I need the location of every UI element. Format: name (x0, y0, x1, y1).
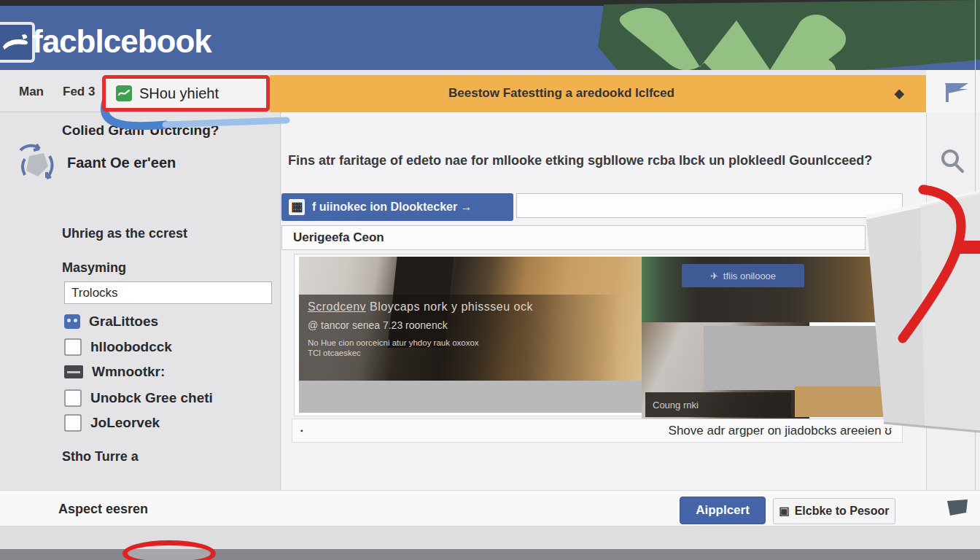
grid-icon: ▦ (289, 199, 305, 215)
empty-text-input[interactable] (516, 193, 903, 218)
ad-photo-right-top: ✈ tfiis oniloooe (642, 257, 897, 322)
photo-label-strip: Coung rnki (645, 392, 791, 417)
diamond-icon[interactable]: ◆ (894, 85, 904, 101)
sidebar-option-wmnootkr[interactable]: Wmnootkr: (64, 364, 165, 380)
dot-icon: ▪ (300, 427, 303, 435)
facebook-settings-window: facblcebook Man Fed 3 SHou yhieht Beesto… (0, 0, 980, 560)
sidebar-field-label: Masyming (62, 260, 126, 276)
ad-photo-left: Scrodcenv Bloycaps nork y phissseu ock @… (299, 257, 642, 381)
sidebar-footer-text: Stho Turre a (62, 449, 139, 464)
window-icon: ▣ (779, 505, 789, 518)
green-sheet-icon (116, 85, 132, 101)
tan-block (795, 386, 897, 417)
camera-icon (64, 314, 80, 329)
checkbox-unchecked[interactable] (64, 414, 82, 432)
notice-banner-text: Beestow Fatestting a aredookd lclfced (448, 86, 674, 101)
footer-bar: Aspect eesren Aipplcert ▣ Elcbke to Peso… (0, 490, 980, 526)
preview-caption-text: Shove adr argper on jiadobcks areeien ʊ (669, 424, 892, 438)
search-icon[interactable] (938, 147, 968, 181)
ad-line2: @ tancor senea 7.23 roonenck (308, 319, 621, 331)
rail-divider (927, 213, 980, 214)
tab-fed[interactable]: Fed 3 (63, 85, 95, 99)
preview-caption-bar: ▪ Shove adr argper on jiadobcks areeien … (292, 419, 903, 443)
sidebar: Colied Granr Ufctrcing? Faant Oe er'een … (0, 112, 281, 490)
preview-gray-bar (299, 381, 642, 413)
share-network-icon (16, 143, 57, 191)
ad-title-rest: Bloycaps nork y phissseu ock (366, 300, 533, 313)
facebook-logo-icon (0, 22, 35, 63)
select-bar[interactable]: Uerigeefa Ceon (281, 225, 866, 250)
ad-line3: No Hue cion oorceicni atur yhdoy rauk ox… (308, 338, 621, 347)
sidebar-option-gralittoes[interactable]: GraLittoes (64, 314, 158, 330)
exclamation-icon-tail (958, 248, 963, 260)
sidebar-subheading: Uhrieg as the ccrest (62, 226, 187, 241)
right-rail (926, 112, 980, 490)
checkbox-unchecked[interactable] (64, 338, 82, 356)
close-to-person-button[interactable]: ▣ Elcbke to Pesoor (773, 498, 895, 524)
sidebar-option-hlloobodcck[interactable]: hlloobodcck (64, 338, 172, 356)
sidebar-text-input[interactable] (64, 281, 272, 304)
question-text: Fins atr faritage of edeto nae for mlloo… (288, 153, 901, 168)
app-logo-text: facblcebook (32, 23, 211, 60)
exclamation-icon (956, 222, 965, 248)
blocker-picker-button[interactable]: ▦ f uiinokec ion Dlooktecker → (281, 193, 513, 221)
ad-title: Scrodcenv (308, 300, 366, 313)
plane-icon: ✈ (710, 271, 718, 281)
flag-icon[interactable] (944, 498, 971, 521)
keyboard-icon (64, 365, 83, 378)
flag-icon[interactable] (944, 82, 970, 106)
checkbox-unchecked[interactable] (64, 389, 82, 407)
notice-banner: Beestow Fatestting a aredookd lclfced ◆ (270, 75, 926, 113)
ad-overlay-text: Scrodcenv Bloycaps nork y phissseu ock @… (308, 300, 621, 357)
blocker-picker-label: f uiinokec ion Dlooktecker → (312, 201, 472, 214)
gray-overlay-block (704, 326, 897, 390)
sidebar-item-front[interactable]: Faant Oe er'een (67, 155, 176, 171)
sidebar-option-joleorvek[interactable]: JoLeorvek (64, 414, 160, 432)
ad-line4: TCl otcaeskec (308, 349, 621, 357)
show-sheet-tab-label: SHou yhieht (139, 85, 219, 102)
tab-man[interactable]: Man (19, 85, 44, 99)
footer-left-text: Aspect eesren (58, 502, 148, 517)
photo-badge-label: tfiis oniloooe (723, 271, 776, 281)
select-bar-value: Uerigeefa Ceon (293, 230, 384, 245)
photo-label-text: Coung rnki (653, 400, 699, 411)
sidebar-option-unobck[interactable]: Unobck Gree cheti (64, 389, 213, 407)
window-edge-line (975, 0, 976, 560)
show-sheet-tab[interactable]: SHou yhieht (102, 75, 270, 112)
apply-button[interactable]: Aipplcert (680, 497, 766, 524)
photo-badge[interactable]: ✈ tfiis oniloooe (682, 264, 804, 287)
